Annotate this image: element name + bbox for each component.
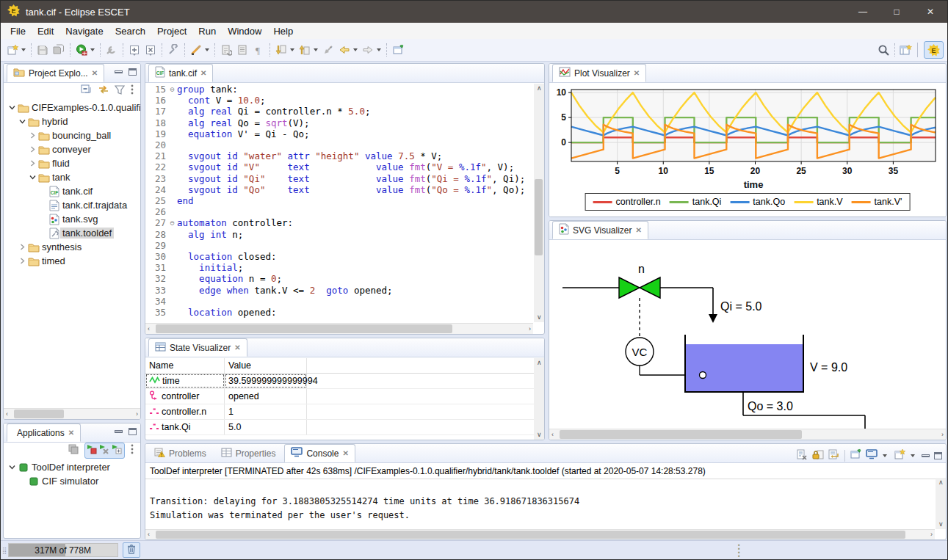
- word-wrap-button[interactable]: [828, 449, 840, 463]
- wrench-button[interactable]: [165, 41, 181, 59]
- filter-button[interactable]: [115, 84, 125, 98]
- prev-annotation-dropdown-icon[interactable]: [314, 48, 318, 51]
- link-with-editor-button[interactable]: [98, 84, 109, 98]
- run-dropdown-icon[interactable]: [90, 48, 95, 51]
- pin-console-button[interactable]: [850, 448, 861, 463]
- search-icon[interactable]: [875, 41, 891, 59]
- scroll-up-icon[interactable]: ∧: [938, 479, 944, 486]
- save-all-button[interactable]: [51, 41, 67, 59]
- code-line-19[interactable]: 19 equation V' = Qi - Qo;: [145, 128, 533, 139]
- drag-grip[interactable]: ⣿: [2, 547, 6, 554]
- sync-doc-button[interactable]: [218, 41, 234, 59]
- close-icon[interactable]: ✕: [234, 343, 240, 352]
- tab-problems[interactable]: ! Problems: [148, 444, 212, 462]
- collapse-box-button[interactable]: [142, 41, 159, 59]
- new-wizard-button[interactable]: [4, 41, 21, 59]
- status-drag-dots[interactable]: ▪▪▪▪: [738, 543, 740, 558]
- tab-editor-tank-cif[interactable]: CIF tank.cif ✕: [148, 64, 213, 82]
- highlighter-dropdown-icon[interactable]: [205, 48, 209, 51]
- table-row-time[interactable]: time39.599999999999994: [145, 374, 534, 389]
- close-icon[interactable]: ✕: [200, 69, 206, 77]
- chevron-expanded-icon[interactable]: [17, 118, 27, 125]
- scroll-left-icon[interactable]: ‹: [6, 411, 8, 418]
- table-row-tank-Qi[interactable]: tank.Qi5.0: [145, 420, 534, 435]
- expand-box-button[interactable]: [126, 41, 142, 59]
- open-perspective-button[interactable]: [898, 41, 914, 59]
- column-header-value[interactable]: Value: [225, 358, 307, 373]
- minimize-view-icon[interactable]: [115, 70, 123, 73]
- scroll-left-icon[interactable]: ‹: [148, 531, 150, 538]
- minimize-button[interactable]: —: [846, 1, 880, 23]
- tree-item-tooldef-interpreter[interactable]: ToolDef interpreter: [4, 460, 140, 474]
- menu-window[interactable]: Window: [222, 24, 267, 38]
- table-row-controller[interactable]: controlleropened: [145, 389, 534, 404]
- back-button[interactable]: [336, 41, 352, 59]
- fold-marker-icon[interactable]: ⊖: [167, 84, 177, 95]
- tree-item-fluid[interactable]: fluid: [4, 156, 140, 170]
- minimize-view-icon[interactable]: [922, 454, 930, 457]
- tab-state-visualizer[interactable]: State Visualizer ✕: [148, 338, 247, 357]
- scroll-up-icon[interactable]: ∧: [537, 360, 542, 366]
- menu-run[interactable]: Run: [192, 24, 222, 38]
- open-console-button[interactable]: [894, 448, 905, 463]
- tree-item-tank-svg[interactable]: tank.svg: [4, 212, 140, 226]
- menu-navigate[interactable]: Navigate: [59, 24, 109, 38]
- scroll-lock-button[interactable]: [812, 449, 824, 463]
- menu-help[interactable]: Help: [267, 24, 299, 38]
- escet-perspective-button[interactable]: E: [924, 41, 944, 59]
- open-console-dropdown-icon[interactable]: [911, 454, 915, 457]
- scroll-thumb[interactable]: [156, 531, 905, 539]
- minimize-view-icon[interactable]: [115, 430, 123, 433]
- tab-properties[interactable]: Properties: [215, 444, 282, 462]
- new-dropdown-icon[interactable]: [21, 48, 26, 51]
- collapse-all-button[interactable]: [81, 84, 93, 98]
- back-dropdown-icon[interactable]: [353, 48, 358, 51]
- tree-item-tank-tooldef[interactable]: tank.tooldef: [4, 226, 140, 240]
- terminate-all-button[interactable]: [68, 444, 79, 457]
- code-line-32[interactable]: 32 equation n = 0;: [145, 273, 533, 284]
- code-editor[interactable]: 15⊖group tank:16 cont V = 10.0;17 alg re…: [145, 84, 533, 322]
- maximize-view-icon[interactable]: [129, 68, 137, 76]
- close-icon[interactable]: ✕: [635, 226, 641, 234]
- menu-edit[interactable]: Edit: [32, 24, 59, 38]
- maximize-view-icon[interactable]: [129, 428, 137, 435]
- tree-item-timed[interactable]: timed: [4, 254, 140, 268]
- code-line-30[interactable]: 30 location closed:: [145, 251, 533, 262]
- show-whitespace-button[interactable]: ¶: [250, 41, 267, 59]
- auto-terminate-button[interactable]: [87, 444, 98, 457]
- close-icon[interactable]: ✕: [634, 69, 640, 77]
- scroll-right-icon[interactable]: ›: [136, 411, 138, 418]
- scroll-thumb[interactable]: [560, 430, 802, 439]
- menu-project[interactable]: Project: [151, 24, 192, 38]
- maximize-view-icon[interactable]: [934, 452, 942, 459]
- display-console-dropdown-icon[interactable]: [883, 454, 887, 457]
- chevron-collapsed-icon[interactable]: [27, 132, 37, 139]
- console-vscrollbar[interactable]: ∧ ∨: [936, 478, 946, 529]
- scroll-thumb[interactable]: [14, 410, 64, 418]
- code-line-29[interactable]: 29: [145, 240, 533, 251]
- fold-marker-icon[interactable]: ⊖: [167, 217, 177, 228]
- last-edit-location-button[interactable]: *: [320, 41, 336, 59]
- chevron-collapsed-icon[interactable]: [27, 160, 37, 167]
- build-button[interactable]: [104, 41, 120, 59]
- scroll-right-icon[interactable]: ›: [930, 531, 933, 538]
- code-line-20[interactable]: 20: [145, 139, 533, 150]
- scroll-down-icon[interactable]: ∨: [537, 432, 542, 438]
- next-annotation-button[interactable]: [273, 41, 289, 59]
- chevron-expanded-icon[interactable]: [7, 104, 17, 111]
- column-header-name[interactable]: Name: [145, 358, 225, 373]
- code-line-26[interactable]: 26: [145, 206, 533, 217]
- close-icon[interactable]: ✕: [68, 429, 74, 437]
- maximize-button[interactable]: □: [880, 1, 913, 23]
- state-vscrollbar[interactable]: ∧ ∨: [534, 358, 544, 440]
- scroll-up-icon[interactable]: ∧: [537, 85, 542, 92]
- scroll-right-icon[interactable]: ›: [529, 326, 531, 332]
- highlighter-button[interactable]: [188, 41, 204, 59]
- code-line-15[interactable]: 15⊖group tank:: [145, 84, 533, 95]
- chevron-collapsed-icon[interactable]: [27, 146, 37, 153]
- code-line-21[interactable]: 21 svgout id "water" attr "height" value…: [145, 150, 533, 161]
- tree-item-tank-cif[interactable]: CIFtank.cif: [4, 184, 140, 198]
- code-line-17[interactable]: 17 alg real Qi = controller.n * 5.0;: [145, 106, 533, 117]
- clear-console-button[interactable]: [796, 449, 808, 463]
- auto-expand-button[interactable]: [112, 444, 123, 457]
